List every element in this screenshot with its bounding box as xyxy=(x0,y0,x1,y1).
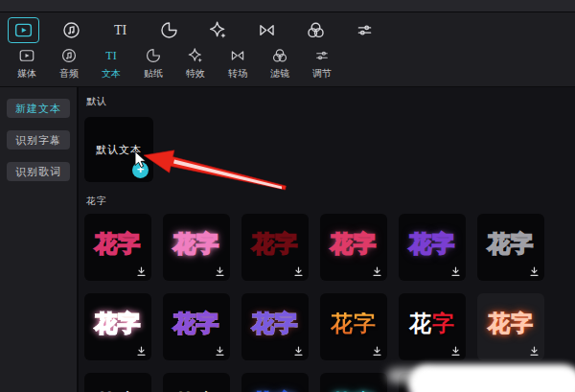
fancy-text-preview: 花字 xyxy=(252,233,298,263)
download-icon[interactable] xyxy=(215,346,225,357)
download-icon[interactable] xyxy=(372,346,382,357)
add-default-text-button[interactable]: + xyxy=(132,162,149,178)
fancy-text-preview: 花字 xyxy=(488,312,534,342)
fancy-text-preview: 花字 xyxy=(173,312,219,342)
download-icon[interactable] xyxy=(529,346,540,357)
toolbar-large-adjust-icon[interactable] xyxy=(354,20,375,40)
fancy-text-card[interactable]: 花字 xyxy=(163,293,230,360)
default-text-card-title: 默认文本 xyxy=(96,143,142,157)
toolbar-tab-label: 转场 xyxy=(228,67,247,81)
fancy-text-card[interactable]: 花字 xyxy=(399,214,466,281)
download-icon[interactable] xyxy=(293,266,304,277)
download-icon[interactable] xyxy=(293,346,304,357)
effects-icon xyxy=(187,47,204,64)
default-text-card[interactable]: 默认文本 + xyxy=(84,117,153,182)
toolbar-tab-label: 特效 xyxy=(186,67,205,81)
sidebar: 新建文本识别字幕识别歌词 xyxy=(0,87,77,392)
fancy-text-preview: 花字 xyxy=(488,233,534,263)
fancy-text-card[interactable]: 花字 xyxy=(399,373,466,392)
download-icon[interactable] xyxy=(136,266,147,277)
fancy-text-card[interactable]: 花字 xyxy=(84,293,151,360)
toolbar-tab-label: 调节 xyxy=(312,67,332,81)
toolbar-large-transition-icon[interactable] xyxy=(256,20,277,40)
fancy-text-preview: 花字 xyxy=(95,233,141,263)
fancy-text-card[interactable]: 花字 xyxy=(84,214,151,281)
toolbar-tab-adjust[interactable]: 调节 xyxy=(301,47,343,81)
download-icon[interactable] xyxy=(136,346,147,357)
transition-icon xyxy=(229,47,246,64)
default-section-label: 默认 xyxy=(86,95,575,108)
fancy-text-card[interactable]: 花字 xyxy=(242,293,309,360)
toolbar-large-effects-icon[interactable] xyxy=(207,20,228,40)
fancy-text-card[interactable]: 花字 xyxy=(84,373,151,392)
fancy-text-card[interactable]: 花字 xyxy=(163,214,230,281)
fancy-text-card[interactable]: 花字 xyxy=(399,293,466,360)
sidebar-button-识别歌词[interactable]: 识别歌词 xyxy=(7,162,70,181)
adjust-icon xyxy=(313,47,331,64)
toolbar-large-text-icon[interactable]: TI xyxy=(109,20,130,40)
toolbar-large-row: TI xyxy=(0,16,575,43)
fancy-text-card[interactable]: 花字 xyxy=(477,293,544,360)
fancy-text-preview: 花字 xyxy=(331,233,377,263)
download-icon[interactable] xyxy=(450,266,461,277)
sticker-icon xyxy=(145,47,162,64)
sidebar-button-识别字幕[interactable]: 识别字幕 xyxy=(7,130,70,150)
fancy-text-card[interactable]: 花字 xyxy=(163,373,230,392)
fancy-text-card[interactable]: 花字 xyxy=(320,214,387,281)
toolbar-tabs-row: 媒体音频TI文本贴纸特效转场滤镜调节 xyxy=(0,43,575,86)
toolbar-tab-label: 音频 xyxy=(59,67,79,81)
download-icon[interactable] xyxy=(450,346,461,357)
fancy-section-label: 花字 xyxy=(86,195,575,208)
svg-text:TI: TI xyxy=(113,23,126,37)
toolbar-large-audio-icon[interactable] xyxy=(60,20,81,40)
toolbar-tab-label: 滤镜 xyxy=(270,67,289,81)
svg-text:TI: TI xyxy=(105,49,116,62)
toolbar-tab-sticker[interactable]: 贴纸 xyxy=(132,47,174,81)
download-icon[interactable] xyxy=(529,266,540,277)
fancy-text-card[interactable]: 花字 xyxy=(242,214,309,281)
window-top-strip xyxy=(0,0,575,12)
fancy-text-grid: 花字花字花字花字花字花字花字花字花字花字花字花字花字花字花字花字花字 xyxy=(84,214,575,392)
fancy-text-preview: 花字 xyxy=(252,312,298,342)
toolbar-tab-label: 贴纸 xyxy=(144,67,163,81)
toolbar-large-filter-icon[interactable] xyxy=(305,20,326,40)
toolbar-tab-label: 媒体 xyxy=(17,67,36,81)
fancy-text-preview: 花字 xyxy=(95,312,141,342)
download-icon[interactable] xyxy=(215,266,225,277)
toolbar-tab-media[interactable]: 媒体 xyxy=(6,47,48,81)
fancy-text-preview: 花字 xyxy=(173,233,219,263)
fancy-text-preview: 花字 xyxy=(409,312,455,342)
toolbar-large-media-icon[interactable] xyxy=(8,17,39,43)
text-icon: TI xyxy=(103,47,120,64)
toolbar-tab-audio[interactable]: 音频 xyxy=(48,47,90,81)
filter-icon xyxy=(271,47,288,64)
fancy-text-card[interactable] xyxy=(477,373,544,392)
media-icon xyxy=(18,47,35,64)
toolbar-large-sticker-icon[interactable] xyxy=(158,20,179,40)
toolbar-tab-effects[interactable]: 特效 xyxy=(174,47,217,81)
fancy-text-card[interactable]: 花字 xyxy=(477,214,544,281)
fancy-text-card[interactable]: 花字 xyxy=(242,373,309,392)
fancy-text-preview: 花字 xyxy=(409,233,455,263)
toolbar-tab-label: 文本 xyxy=(102,67,121,81)
sidebar-button-新建文本[interactable]: 新建文本 xyxy=(7,99,70,118)
download-icon[interactable] xyxy=(372,266,382,277)
toolbar-tab-transition[interactable]: 转场 xyxy=(217,47,259,81)
fancy-text-preview: 花字 xyxy=(331,312,377,342)
toolbar-tab-filter[interactable]: 滤镜 xyxy=(259,47,301,81)
fancy-text-card[interactable]: 花字 xyxy=(320,373,387,392)
audio-icon xyxy=(60,47,78,64)
toolbar-zone: TI 媒体音频TI文本贴纸特效转场滤镜调节 xyxy=(0,12,575,87)
text-panel: 默认 默认文本 + 花字 花字花字花字花字花字花字花字花字花字花字花字花字花字花… xyxy=(79,87,575,392)
fancy-text-card[interactable]: 花字 xyxy=(320,293,387,360)
toolbar-tab-text[interactable]: TI文本 xyxy=(90,47,132,81)
